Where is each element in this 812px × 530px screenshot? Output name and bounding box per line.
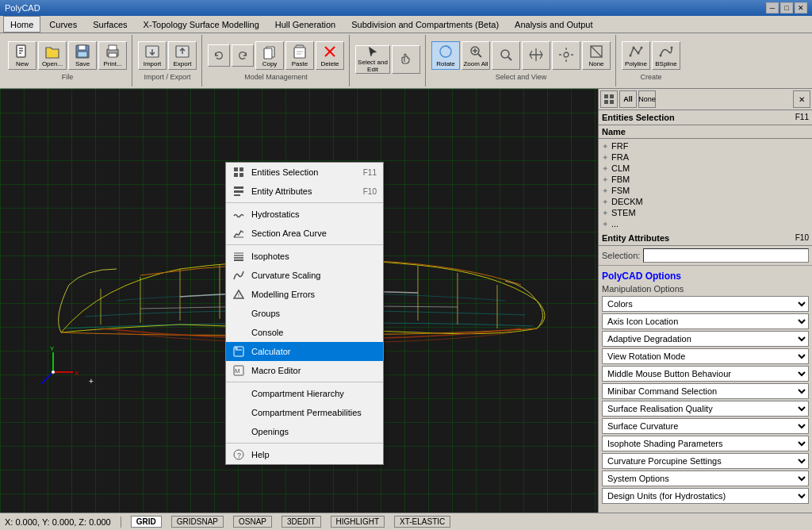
export-button[interactable]: Export [168,41,197,70]
list-item[interactable]: ✦ DECKM [600,196,810,207]
save-button[interactable]: Save [68,41,97,70]
panel-none-btn[interactable]: None [638,90,656,108]
bspline-button[interactable]: BSpline [652,41,680,70]
menu-curves[interactable]: Curves [42,16,84,33]
menu-subdivision[interactable]: Subdivision and Compartments (Beta) [344,16,506,33]
model-group-label: Model Management [244,73,308,81]
ctx-compartment-hierarchy[interactable]: Compartment Hierarchy [226,384,383,403]
surface-quality-dropdown[interactable]: Surface Realisation Quality [602,401,809,417]
coords-display: X: 0.000, Y: 0.000, Z: 0.000 [5,517,111,527]
axis-icon-dropdown[interactable]: Axis Icon Location [602,313,809,329]
svg-point-25 [501,50,509,58]
panel-close-btn[interactable]: ✕ [793,90,810,108]
axes: X Y + [41,345,94,386]
ctx-curvature-scaling[interactable]: Curvature Scaling [226,266,383,285]
list-item[interactable]: ✦ FRF [600,140,810,152]
middle-mouse-dropdown[interactable]: Middle Mouse Button Behaviour [602,366,809,382]
zoom-all-button[interactable]: Zoom All [462,41,490,70]
osnap-btn[interactable]: OSNAP [233,516,272,528]
ctx-isophotes[interactable]: Isophotes [226,247,383,266]
panel-grid-btn[interactable] [600,90,618,108]
calculator-icon: ▦ [232,345,245,358]
print-button[interactable]: Print... [98,41,127,70]
adaptive-dropdown[interactable]: Adaptive Degradation [602,331,809,347]
create-group-label: Create [640,73,661,81]
undo-button[interactable] [208,44,230,67]
svg-text:X: X [75,370,79,377]
macro-icon: M [232,364,245,377]
panel-all-btn[interactable]: All [619,90,637,108]
isophote-dropdown[interactable]: Isophote Shading Parameters [602,436,809,451]
xtelastic-btn[interactable]: XT-ELASTIC [394,516,450,528]
ctx-calculator-label: Calculator [251,347,377,356]
ctx-entities-selection[interactable]: Entities Selection F11 [226,163,383,182]
gridsnap-btn[interactable]: GRIDSNAP [171,516,224,528]
ctx-calculator[interactable]: ▦ Calculator [226,342,383,361]
3dedit-btn[interactable]: 3DEDIT [282,516,321,528]
polyline-button[interactable]: Polyline [622,41,650,70]
viewport[interactable]: X Y + Entities Selection F11 [0,89,598,513]
new-button[interactable]: New [8,41,36,70]
curvature-porcupine-dropdown[interactable]: Curvature Porcupine Settings [602,453,809,469]
menu-xtopology[interactable]: X-Topology Surface Modelling [136,16,266,33]
ctx-entity-attributes[interactable]: Entity Attributes F10 [226,182,383,201]
zoom-button[interactable] [492,41,520,70]
ctx-console-label: Console [251,328,377,337]
settings-button[interactable] [552,41,580,70]
list-item[interactable]: ✦ CLM [600,163,810,174]
curve-icon [232,269,245,282]
ctx-groups[interactable]: Groups [226,304,383,323]
ctx-compartment-permeabilities[interactable]: Compartment Permeabilities [226,403,383,422]
system-options-dropdown[interactable]: System Options [602,470,809,486]
svg-rect-8 [109,45,117,50]
surface-quality-row: Surface Realisation Quality [602,401,809,417]
colors-dropdown[interactable]: Colors [602,296,809,312]
list-item[interactable]: ✦ STEM [600,207,810,218]
list-item[interactable]: ✦ FRA [600,152,810,163]
svg-rect-6 [78,52,87,57]
close-button[interactable]: ✕ [795,2,807,13]
selection-input[interactable] [643,248,809,263]
grid-btn[interactable]: GRID [131,516,162,528]
svg-rect-57 [239,173,243,177]
open-button[interactable]: Open... [38,41,67,70]
menu-analysis[interactable]: Analysis and Output [508,16,599,33]
maximize-button[interactable]: □ [780,2,793,13]
ctx-openings[interactable]: Openings [226,422,383,441]
ctx-modelling-errors[interactable]: ! Modelling Errors [226,285,383,304]
svg-rect-58 [234,186,243,189]
menu-home[interactable]: Home [3,16,40,33]
selection-label: Selection: [602,251,640,260]
svg-point-27 [564,52,569,57]
rotate-button[interactable]: Rotate [431,41,460,70]
redo-button[interactable] [232,44,254,67]
pan-button[interactable] [522,41,550,70]
list-item[interactable]: ✦ FBM [600,174,810,185]
highlight-btn[interactable]: HIGHLIGHT [331,516,385,528]
ctx-console[interactable]: Console [226,323,383,342]
menu-surfaces[interactable]: Surfaces [86,16,134,33]
toolbar-model-row1: Copy Paste Delete [208,41,344,70]
select-edit-button[interactable]: Select and Edit [355,45,390,74]
list-item[interactable]: ✦ ... [600,218,810,229]
import-button[interactable]: Import [138,41,167,70]
delete-button[interactable]: Delete [316,41,344,70]
menu-hull[interactable]: Hull Generation [268,16,343,33]
list-item[interactable]: ✦ FSM [600,185,810,196]
minibar-dropdown[interactable]: Minibar Command Selection [602,383,809,399]
surface-curvature-dropdown[interactable]: Surface Curvature [602,418,809,434]
ctx-macro-editor[interactable]: M Macro Editor [226,361,383,380]
paste-button[interactable]: Paste [285,41,314,70]
minimize-button[interactable]: ─ [766,2,779,13]
status-divider-1 [121,517,121,528]
ctx-section-area[interactable]: Section Area Curve [226,224,383,243]
window-controls[interactable]: ─ □ ✕ [766,2,807,13]
view-rotation-dropdown[interactable]: View Rotation Mode [602,348,809,364]
toolbar-view-group: Rotate Zoom All [427,35,616,86]
design-units-dropdown[interactable]: Design Units (for Hydrostatics) [602,488,809,504]
copy-button[interactable]: Copy [255,41,284,70]
ctx-help[interactable]: ? Help [226,445,383,464]
ctx-hydrostatics[interactable]: Hydrostatics [226,205,383,224]
none-button[interactable]: None [582,41,611,70]
hand-button[interactable] [392,45,420,74]
